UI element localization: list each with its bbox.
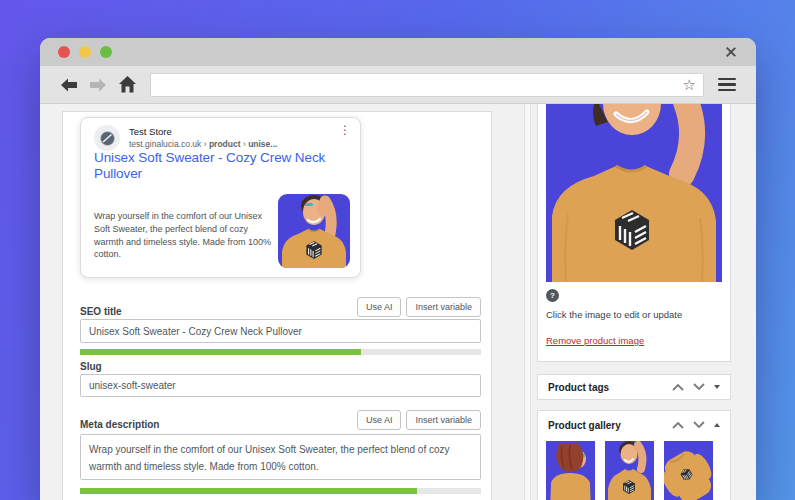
forward-icon xyxy=(86,76,108,94)
site-favicon-icon xyxy=(94,125,120,151)
breadcrumb: test.ginalucia.co.uk › product › unise..… xyxy=(129,139,277,149)
window-titlebar xyxy=(40,38,756,66)
help-icon[interactable]: ? xyxy=(546,289,559,302)
product-gallery-panel: Product gallery xyxy=(537,410,731,500)
traffic-lights xyxy=(58,46,112,58)
slug-label: Slug xyxy=(80,361,102,372)
product-tags-title: Product tags xyxy=(548,382,609,393)
close-dot-icon[interactable] xyxy=(58,46,70,58)
search-preview-card: Test Store test.ginalucia.co.uk › produc… xyxy=(80,117,361,278)
menu-icon[interactable] xyxy=(718,78,736,92)
gallery-thumbnails xyxy=(546,441,713,500)
column-divider xyxy=(524,104,531,500)
result-thumbnail-image xyxy=(278,194,350,268)
browser-window: ☆ Test Store test.ginalucia.co.uk › xyxy=(40,38,756,500)
page-content: Test Store test.ginalucia.co.uk › produc… xyxy=(40,104,756,500)
gallery-thumbnail-flat-lay[interactable] xyxy=(664,441,713,500)
gallery-thumbnail-front-view[interactable] xyxy=(605,441,654,500)
breadcrumb-separator: › xyxy=(204,139,207,149)
meta-description-row: Meta description Use AI Insert variable xyxy=(80,408,481,430)
seo-title-row: SEO title Use AI Insert variable xyxy=(80,295,481,317)
site-name: Test Store xyxy=(129,126,172,137)
meta-description-label: Meta description xyxy=(80,419,159,430)
meta-description-progress-fill xyxy=(80,488,417,494)
result-options-icon[interactable]: ⋮ xyxy=(339,124,351,136)
slug-row: Slug xyxy=(80,358,481,372)
move-down-icon[interactable] xyxy=(693,383,705,391)
gallery-thumbnail-back-view[interactable] xyxy=(546,441,595,500)
toggle-panel-icon[interactable] xyxy=(714,385,720,389)
seo-title-progress-fill xyxy=(80,349,361,355)
remove-product-image-link[interactable]: Remove product image xyxy=(546,335,644,346)
minimize-dot-icon[interactable] xyxy=(79,46,91,58)
toggle-panel-icon[interactable] xyxy=(714,423,720,427)
insert-variable-button[interactable]: Insert variable xyxy=(406,297,481,317)
move-down-icon[interactable] xyxy=(693,421,705,429)
move-up-icon[interactable] xyxy=(672,421,684,429)
url-input[interactable]: ☆ xyxy=(150,73,704,97)
breadcrumb-domain: test.ginalucia.co.uk xyxy=(129,139,201,149)
close-icon[interactable] xyxy=(724,45,738,59)
browser-toolbar: ☆ xyxy=(40,66,756,104)
use-ai-button[interactable]: Use AI xyxy=(357,410,402,430)
meta-description-textarea[interactable]: Wrap yourself in the comfort of our Unis… xyxy=(80,434,481,480)
meta-description-progress xyxy=(80,488,481,494)
seo-title-label: SEO title xyxy=(80,306,122,317)
product-gallery-title: Product gallery xyxy=(548,420,621,431)
seo-title-progress xyxy=(80,349,481,355)
breadcrumb-separator: › xyxy=(243,139,246,149)
back-icon[interactable] xyxy=(58,76,80,94)
product-tags-panel: Product tags xyxy=(537,374,731,400)
breadcrumb-segment: product xyxy=(209,139,241,149)
image-hint-text: Click the image to edit or update xyxy=(546,309,682,320)
maximize-dot-icon[interactable] xyxy=(100,46,112,58)
use-ai-button[interactable]: Use AI xyxy=(357,297,402,317)
bookmark-star-icon[interactable]: ☆ xyxy=(683,77,696,92)
breadcrumb-segment: unise... xyxy=(248,139,277,149)
result-description: Wrap yourself in the comfort of our Unis… xyxy=(94,210,272,261)
slug-input[interactable] xyxy=(80,374,481,397)
home-icon[interactable] xyxy=(116,76,138,94)
result-title-link[interactable]: Unisex Soft Sweater - Cozy Crew Neck Pul… xyxy=(94,150,348,182)
seo-title-input[interactable] xyxy=(80,319,481,343)
move-up-icon[interactable] xyxy=(672,383,684,391)
insert-variable-button[interactable]: Insert variable xyxy=(406,410,481,430)
featured-image-panel: ? Click the image to edit or update Remo… xyxy=(537,104,731,362)
product-image[interactable] xyxy=(546,104,722,282)
seo-panel: Test Store test.ginalucia.co.uk › produc… xyxy=(62,111,492,500)
